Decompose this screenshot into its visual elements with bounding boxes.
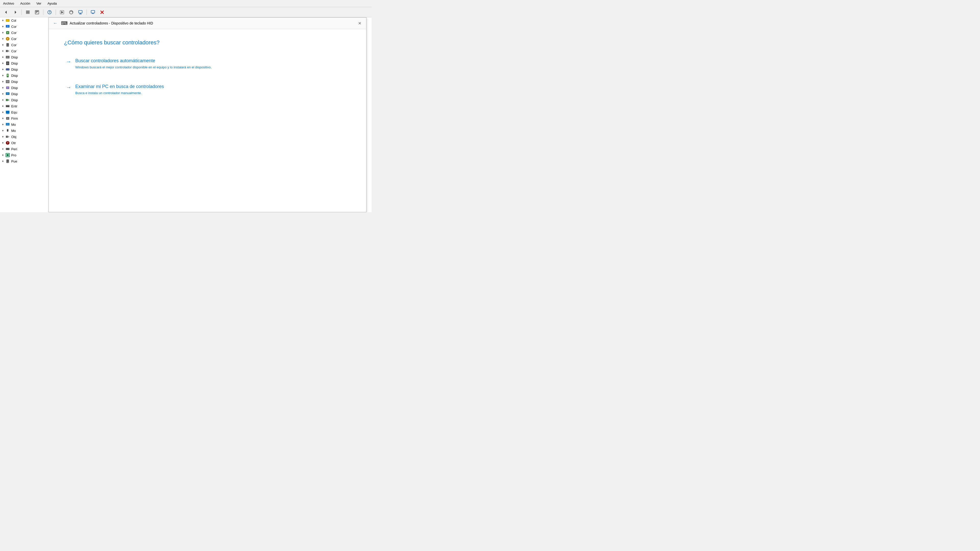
tree-label-cor3: Cor — [11, 37, 17, 41]
chevron-icon-otr — [1, 141, 5, 145]
chevron-icon-disp8 — [1, 98, 5, 102]
chevron-icon-entr — [1, 104, 5, 108]
tree-item-cor1[interactable]: Cor — [0, 24, 51, 30]
tree-label-col: Col — [11, 19, 16, 22]
tree-item-disp7[interactable]: Disp — [0, 91, 51, 97]
chevron-icon-cor5 — [1, 49, 5, 53]
svg-rect-59 — [6, 87, 9, 89]
device-icon-pue — [5, 159, 10, 163]
device-icon-disp7 — [5, 92, 10, 96]
chevron-icon-disp6 — [1, 86, 5, 90]
device-icon-disp8 — [5, 98, 10, 102]
tree-item-disp2[interactable]: Disp — [0, 60, 51, 66]
tree-item-disp8[interactable]: Disp — [0, 97, 51, 103]
svg-rect-39 — [6, 50, 8, 52]
dialog-device-icon: ⌨ — [61, 21, 68, 26]
tree-item-entr[interactable]: Entr — [0, 103, 51, 109]
update-button[interactable] — [67, 9, 75, 16]
chevron-icon-cor4 — [1, 43, 5, 47]
svg-marker-31 — [2, 38, 4, 40]
svg-rect-49 — [6, 69, 7, 70]
separator-3 — [56, 10, 56, 15]
tree-label-equ: Equ — [11, 110, 17, 114]
chevron-icon-mo1 — [1, 122, 5, 127]
svg-rect-70 — [8, 106, 8, 106]
dialog-option-manual[interactable]: → Examinar mi PC en busca de controlador… — [64, 82, 351, 97]
svg-marker-40 — [8, 50, 10, 52]
play-button[interactable] — [58, 9, 66, 16]
help-button[interactable]: ? — [45, 9, 54, 16]
svg-rect-7 — [36, 12, 37, 13]
svg-marker-47 — [2, 68, 4, 70]
showhide-button[interactable] — [24, 9, 32, 16]
svg-point-36 — [7, 46, 7, 46]
svg-rect-14 — [79, 11, 82, 13]
tree-item-cor4[interactable]: Cor — [0, 42, 51, 48]
back-button[interactable] — [2, 9, 10, 16]
svg-rect-80 — [6, 124, 9, 125]
tree-item-mo2[interactable]: Mo — [0, 127, 51, 134]
svg-point-30 — [7, 32, 8, 33]
svg-marker-78 — [2, 124, 4, 125]
tree-item-cor5[interactable]: Cor — [0, 48, 51, 54]
menu-ver[interactable]: Ver — [35, 1, 42, 6]
tree-item-firm[interactable]: Firm — [0, 115, 51, 121]
chevron-icon-disp1 — [1, 55, 5, 59]
tree-item-peri[interactable]: Peri — [0, 146, 51, 152]
tree-label-pue: Pue — [11, 159, 17, 163]
svg-rect-86 — [6, 136, 8, 138]
device-icon-cor2 — [5, 30, 10, 35]
tree-item-mo1[interactable]: Mo — [0, 121, 51, 127]
tree-label-disp8: Disp — [11, 98, 18, 102]
device-icon-mo2 — [5, 129, 10, 133]
svg-marker-57 — [2, 87, 4, 89]
tree-item-obj[interactable]: Obj — [0, 134, 51, 140]
disconnect-button[interactable] — [98, 9, 106, 16]
device-icon-cor4 — [5, 43, 10, 47]
tree-item-pue[interactable]: Pue — [0, 158, 51, 164]
dialog-back-button[interactable]: ← — [52, 21, 59, 26]
toolbar: ? — [0, 7, 372, 17]
tree-item-cor3[interactable]: Cor — [0, 36, 51, 42]
menu-accion[interactable]: Acción — [19, 1, 31, 6]
tree-label-disp5: Disp — [11, 80, 18, 84]
device-icon-obj — [5, 135, 10, 139]
tree-item-disp5[interactable]: Disp — [0, 79, 51, 85]
device-icon-peri — [5, 147, 10, 151]
tree-label-disp1: Disp — [11, 56, 18, 59]
svg-rect-77 — [6, 118, 9, 119]
tree-item-pro[interactable]: Pro — [0, 152, 51, 158]
svg-rect-2 — [26, 11, 30, 11]
tree-item-equ[interactable]: Equ — [0, 109, 51, 115]
tree-item-disp1[interactable]: Disp — [0, 54, 51, 60]
chevron-icon-peri — [1, 147, 5, 151]
menu-ayuda[interactable]: Ayuda — [46, 1, 58, 6]
device-icon-disp6 — [5, 86, 10, 90]
connect-button[interactable] — [89, 9, 97, 16]
dialog-option-auto[interactable]: → Buscar controladores automáticamente W… — [64, 56, 351, 72]
tree-label-otr: Otr — [11, 141, 16, 145]
svg-marker-60 — [2, 93, 4, 95]
svg-marker-75 — [2, 118, 4, 119]
tree-item-col[interactable]: Col — [0, 17, 51, 24]
svg-marker-28 — [2, 32, 4, 33]
chevron-icon-cor2 — [1, 30, 5, 35]
monitor-button[interactable] — [76, 9, 84, 16]
svg-marker-51 — [2, 75, 4, 76]
tree-label-pro: Pro — [11, 153, 16, 157]
menu-archivo[interactable]: Archivo — [2, 1, 15, 6]
tree-item-cor2[interactable]: Cor — [0, 30, 51, 36]
tree-item-disp4[interactable]: Disp — [0, 73, 51, 79]
svg-rect-68 — [6, 106, 7, 106]
svg-marker-44 — [2, 62, 4, 64]
properties-button[interactable] — [33, 9, 41, 16]
tree-item-otr[interactable]: ?Otr — [0, 140, 51, 146]
tree-item-disp3[interactable]: Disp — [0, 66, 51, 73]
svg-text:?: ? — [7, 141, 8, 144]
svg-marker-88 — [2, 142, 4, 144]
device-icon-disp5 — [5, 79, 10, 84]
forward-button[interactable] — [11, 9, 19, 16]
dialog-close-button[interactable]: ✕ — [356, 20, 363, 27]
tree-item-disp6[interactable]: Disp — [0, 85, 51, 91]
svg-rect-74 — [6, 114, 9, 114]
